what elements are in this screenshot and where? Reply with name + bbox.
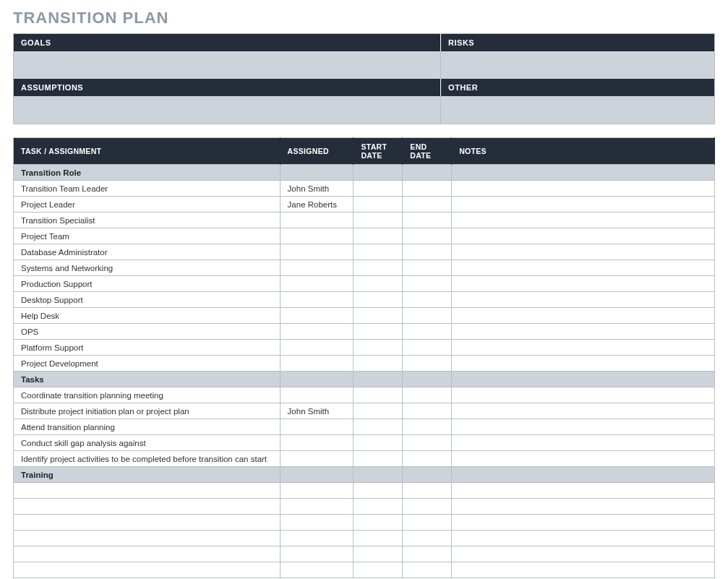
cell-notes[interactable] xyxy=(452,340,715,356)
assumptions-cell[interactable] xyxy=(14,96,441,124)
cell-assigned[interactable] xyxy=(280,531,354,546)
cell-end[interactable] xyxy=(403,308,452,324)
cell-notes[interactable] xyxy=(452,562,715,578)
cell-notes[interactable] xyxy=(452,276,715,292)
cell-start[interactable] xyxy=(354,181,403,197)
cell-assigned[interactable] xyxy=(280,340,354,356)
cell-task[interactable]: Coordinate transition planning meeting xyxy=(14,387,281,403)
cell-task[interactable] xyxy=(14,531,281,546)
cell-assigned[interactable] xyxy=(280,260,354,276)
cell-end[interactable] xyxy=(403,562,452,578)
cell-assigned[interactable]: John Smith xyxy=(280,403,354,419)
cell-start[interactable] xyxy=(354,244,403,260)
cell-notes[interactable] xyxy=(452,308,715,324)
cell-start[interactable] xyxy=(354,403,403,419)
cell-notes[interactable] xyxy=(452,260,715,276)
cell-start[interactable] xyxy=(354,308,403,324)
cell-end[interactable] xyxy=(403,213,452,228)
cell-task[interactable] xyxy=(14,515,281,531)
cell-task[interactable]: Conduct skill gap analysis against xyxy=(14,435,281,451)
cell-task[interactable]: Attend transition planning xyxy=(14,419,281,435)
cell-task[interactable]: Transition Specialist xyxy=(14,213,281,228)
cell-task[interactable] xyxy=(14,562,281,578)
cell-start[interactable] xyxy=(354,356,403,372)
cell-end[interactable] xyxy=(403,419,452,435)
cell-task[interactable]: Systems and Networking xyxy=(14,260,281,276)
cell-notes[interactable] xyxy=(452,356,715,372)
cell-assigned[interactable] xyxy=(280,387,354,403)
cell-task[interactable]: Help Desk xyxy=(14,308,281,324)
cell-start[interactable] xyxy=(354,340,403,356)
cell-task[interactable]: Desktop Support xyxy=(14,292,281,308)
cell-end[interactable] xyxy=(403,499,452,515)
cell-notes[interactable] xyxy=(452,387,715,403)
cell-start[interactable] xyxy=(354,292,403,308)
cell-start[interactable] xyxy=(354,499,403,515)
cell-notes[interactable] xyxy=(452,546,715,562)
cell-end[interactable] xyxy=(403,340,452,356)
cell-notes[interactable] xyxy=(452,451,715,467)
cell-start[interactable] xyxy=(354,324,403,340)
cell-task[interactable] xyxy=(14,546,281,562)
goals-cell[interactable] xyxy=(14,51,441,79)
cell-notes[interactable] xyxy=(452,228,715,244)
cell-assigned[interactable] xyxy=(280,356,354,372)
cell-assigned[interactable] xyxy=(280,244,354,260)
cell-start[interactable] xyxy=(354,515,403,531)
cell-start[interactable] xyxy=(354,197,403,213)
cell-end[interactable] xyxy=(403,244,452,260)
cell-assigned[interactable] xyxy=(280,499,354,515)
cell-task[interactable] xyxy=(14,483,281,499)
cell-start[interactable] xyxy=(354,213,403,228)
cell-assigned[interactable] xyxy=(280,451,354,467)
cell-notes[interactable] xyxy=(452,483,715,499)
cell-notes[interactable] xyxy=(452,515,715,531)
cell-assigned[interactable] xyxy=(280,292,354,308)
cell-end[interactable] xyxy=(403,546,452,562)
cell-notes[interactable] xyxy=(452,292,715,308)
cell-assigned[interactable] xyxy=(280,276,354,292)
cell-end[interactable] xyxy=(403,292,452,308)
cell-notes[interactable] xyxy=(452,435,715,451)
cell-start[interactable] xyxy=(354,276,403,292)
cell-assigned[interactable] xyxy=(280,419,354,435)
cell-end[interactable] xyxy=(403,260,452,276)
cell-end[interactable] xyxy=(403,483,452,499)
cell-assigned[interactable]: John Smith xyxy=(280,181,354,197)
cell-start[interactable] xyxy=(354,562,403,578)
cell-end[interactable] xyxy=(403,451,452,467)
cell-assigned[interactable]: Jane Roberts xyxy=(280,197,354,213)
cell-assigned[interactable] xyxy=(280,483,354,499)
cell-assigned[interactable] xyxy=(280,228,354,244)
cell-end[interactable] xyxy=(403,197,452,213)
cell-assigned[interactable] xyxy=(280,562,354,578)
cell-assigned[interactable] xyxy=(280,213,354,228)
cell-end[interactable] xyxy=(403,324,452,340)
cell-start[interactable] xyxy=(354,435,403,451)
other-cell[interactable] xyxy=(441,96,714,124)
cell-start[interactable] xyxy=(354,419,403,435)
cell-end[interactable] xyxy=(403,356,452,372)
cell-task[interactable]: OPS xyxy=(14,324,281,340)
cell-notes[interactable] xyxy=(452,181,715,197)
cell-task[interactable] xyxy=(14,499,281,515)
cell-notes[interactable] xyxy=(452,197,715,213)
cell-notes[interactable] xyxy=(452,213,715,228)
cell-end[interactable] xyxy=(403,515,452,531)
cell-start[interactable] xyxy=(354,546,403,562)
cell-task[interactable]: Identify project activities to be comple… xyxy=(14,451,281,467)
cell-start[interactable] xyxy=(354,531,403,546)
cell-task[interactable]: Transition Team Leader xyxy=(14,181,281,197)
cell-assigned[interactable] xyxy=(280,546,354,562)
cell-assigned[interactable] xyxy=(280,515,354,531)
cell-task[interactable]: Distribute project initiation plan or pr… xyxy=(14,403,281,419)
cell-end[interactable] xyxy=(403,403,452,419)
risks-cell[interactable] xyxy=(441,51,714,79)
cell-end[interactable] xyxy=(403,181,452,197)
cell-end[interactable] xyxy=(403,228,452,244)
cell-assigned[interactable] xyxy=(280,435,354,451)
cell-start[interactable] xyxy=(354,387,403,403)
cell-notes[interactable] xyxy=(452,324,715,340)
cell-end[interactable] xyxy=(403,387,452,403)
cell-assigned[interactable] xyxy=(280,308,354,324)
